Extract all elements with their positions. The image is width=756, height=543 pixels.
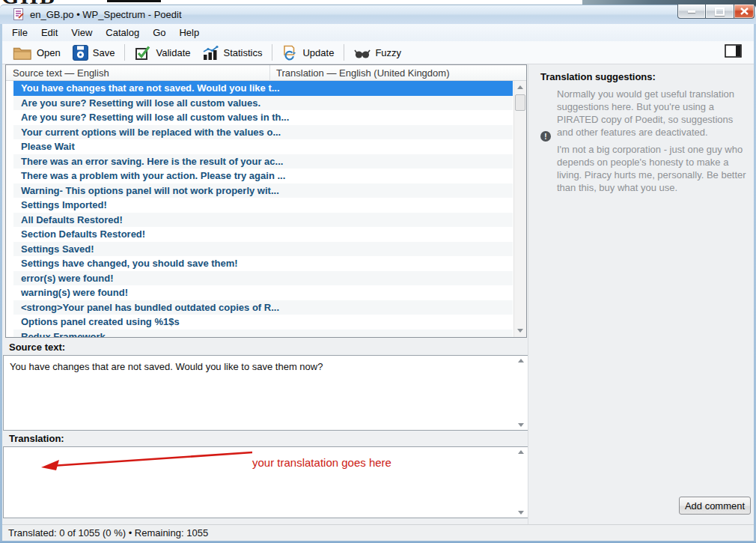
validate-label: Validate: [156, 47, 190, 58]
exclamation-icon: !: [540, 131, 551, 142]
update-label: Update: [302, 47, 334, 58]
list-item[interactable]: There was a problem with your action. Pl…: [13, 169, 513, 183]
folder-open-icon: [13, 45, 32, 61]
list-scrollbar[interactable]: [513, 81, 526, 337]
translation-scrollbar[interactable]: [516, 448, 527, 517]
list-item[interactable]: Are you sure? Resetting will lose all cu…: [13, 96, 513, 111]
toolbar-separator: [344, 44, 344, 61]
source-text-value: You have changes that are not saved. Wou…: [10, 360, 511, 373]
list-item[interactable]: Are you sure? Resetting will lose all cu…: [13, 110, 513, 125]
entries-list-panel: Source text — English Translation — Engl…: [5, 64, 527, 338]
update-refresh-icon: [282, 45, 298, 61]
scroll-down-icon[interactable]: [518, 511, 524, 515]
scroll-up-icon[interactable]: [514, 81, 526, 94]
scroll-down-icon[interactable]: [514, 324, 526, 337]
toolbar: Open Save Validate Statistics: [2, 41, 754, 64]
suggestions-sidebar: Translation suggestions: Normally you wo…: [528, 64, 754, 524]
window-controls: [677, 4, 755, 19]
sidebar-toggle-button[interactable]: [725, 44, 742, 61]
scroll-up-icon[interactable]: [518, 450, 524, 454]
fuzzy-label: Fuzzy: [375, 47, 401, 58]
scroll-up-icon[interactable]: [518, 359, 524, 362]
source-scrollbar[interactable]: [516, 357, 527, 429]
list-item[interactable]: Section Defaults Restored!: [13, 227, 513, 242]
list-item[interactable]: There was an error saving. Here is the r…: [13, 154, 513, 169]
list-item[interactable]: Warning- This options panel will not wor…: [13, 183, 513, 198]
validate-check-icon: [135, 45, 151, 61]
list-item[interactable]: Settings Saved!: [13, 242, 513, 257]
list-item[interactable]: warning(s) were found!: [13, 285, 513, 300]
annotation-text: your translatation goes here: [252, 456, 391, 469]
menu-file[interactable]: File: [5, 25, 34, 40]
validate-button[interactable]: Validate: [129, 43, 196, 63]
minimize-button[interactable]: [677, 4, 706, 19]
menu-bar: File Edit View Catalog Go Help: [2, 24, 754, 41]
save-button[interactable]: Save: [67, 43, 121, 63]
add-comment-button[interactable]: Add comment: [679, 497, 751, 515]
sidebar-toggle-icon: [725, 44, 742, 58]
list-item[interactable]: <strong>Your panel has bundled outdated …: [13, 300, 513, 315]
menu-catalog[interactable]: Catalog: [99, 25, 146, 40]
source-text-box[interactable]: You have changes that are not saved. Wou…: [3, 355, 528, 431]
list-item[interactable]: error(s) were found!: [13, 271, 513, 286]
column-header-translation[interactable]: Translation — English (United Kingdom): [269, 65, 449, 81]
scroll-down-icon[interactable]: [518, 423, 524, 427]
list-item[interactable]: All Defaults Restored!: [13, 213, 513, 228]
update-button[interactable]: Update: [276, 43, 340, 63]
client-area: Source text — English Translation — Engl…: [2, 64, 754, 524]
translation-list: You have changes that are not saved. Wou…: [13, 81, 513, 337]
list-item[interactable]: Settings have changed, you should save t…: [13, 256, 513, 271]
suggestions-title: Translation suggestions:: [540, 71, 656, 82]
close-button[interactable]: [734, 4, 755, 19]
statistics-button[interactable]: Statistics: [196, 43, 268, 63]
list-header: Source text — English Translation — Engl…: [6, 65, 526, 81]
list-item[interactable]: Redux Framework: [13, 330, 513, 338]
list-item[interactable]: Options panel created using %1$s: [13, 315, 513, 330]
fuzzy-glasses-icon: [354, 46, 371, 59]
suggestions-paragraph-1: Normally you would get useful translatio…: [557, 88, 747, 139]
status-bar: Translated: 0 of 1055 (0 %) • Remaining:…: [2, 524, 754, 541]
translation-input[interactable]: your translatation goes here: [3, 446, 528, 518]
open-label: Open: [37, 47, 61, 58]
source-text-label: Source text:: [5, 340, 65, 354]
save-label: Save: [93, 47, 115, 58]
save-floppy-icon: [73, 45, 88, 61]
statistics-chart-icon: [202, 45, 219, 61]
open-button[interactable]: Open: [7, 43, 67, 63]
menu-view[interactable]: View: [64, 25, 99, 40]
toolbar-separator: [124, 44, 125, 61]
statistics-label: Statistics: [223, 47, 262, 58]
minimize-icon: [688, 10, 695, 13]
list-item[interactable]: You have changes that are not saved. Wou…: [13, 81, 513, 96]
background-fragment-bar: [107, 0, 161, 2]
translation-label: Translation:: [5, 431, 64, 445]
column-header-source[interactable]: Source text — English: [13, 65, 109, 81]
scrollbar-thumb[interactable]: [515, 94, 525, 111]
menu-edit[interactable]: Edit: [34, 25, 64, 40]
list-item[interactable]: Settings Imported!: [13, 198, 513, 213]
list-item[interactable]: Your current options will be replaced wi…: [13, 125, 513, 140]
maximize-button[interactable]: [706, 4, 734, 19]
title-bar: en_GB.po • WP_Spectrum - Poedit: [0, 4, 756, 24]
list-item[interactable]: Please Wait: [13, 139, 513, 154]
suggestions-paragraph-2: I'm not a big corporation - just one guy…: [557, 143, 747, 194]
toolbar-separator: [272, 44, 272, 61]
close-icon: [740, 7, 749, 15]
window-title: en_GB.po • WP_Spectrum - Poedit: [30, 9, 182, 20]
status-text: Translated: 0 of 1055 (0 %) • Remaining:…: [8, 527, 208, 539]
poedit-app-icon: [13, 8, 25, 20]
menu-go[interactable]: Go: [146, 25, 172, 40]
fuzzy-button[interactable]: Fuzzy: [348, 43, 407, 61]
menu-help[interactable]: Help: [172, 25, 206, 40]
maximize-icon: [715, 7, 725, 16]
